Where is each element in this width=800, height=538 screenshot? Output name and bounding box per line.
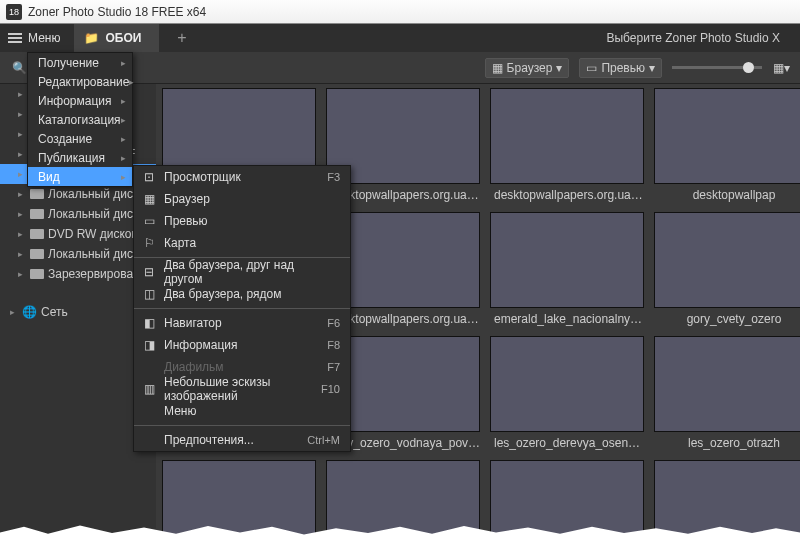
thumbnail-image [490,460,644,538]
thumbnail[interactable] [654,460,800,538]
zoom-slider[interactable] [672,66,762,69]
menu-item[interactable]: Получение▸ [28,53,132,72]
expand-arrow-icon: ▸ [18,149,26,159]
thumbnail[interactable]: gory_cvety_ozero [654,212,800,334]
expand-arrow-icon: ▸ [18,249,26,259]
thumbnail-image [490,88,644,184]
menu-item-label: Информация [38,94,111,108]
expand-arrow-icon: ▸ [18,269,26,279]
browser-mode-button[interactable]: ▦ Браузер ▾ [485,58,570,78]
thumbnail-image [654,88,800,184]
view-submenu: ⊡ПросмотрщикF3▦Браузер▭Превью⚐Карта⊟Два … [133,165,351,452]
menu-item-label: Создание [38,132,92,146]
thumbnail-caption: emerald_lake_nacionalnyy_park... [490,312,650,326]
thumbnail-image [162,460,316,538]
image-icon: ▭ [586,61,597,75]
submenu-item-icon: ◫ [142,287,156,301]
menu-item[interactable]: Редактирование▸ [28,72,132,91]
thumbnail-image [490,336,644,432]
submenu-item[interactable]: ▥Небольшие эскизы изображенийF10 [134,378,350,400]
submenu-item[interactable]: Меню [134,400,350,422]
submenu-item-shortcut: F7 [327,361,340,373]
submenu-item-icon: ◨ [142,338,156,352]
menu-item[interactable]: Создание▸ [28,129,132,148]
expand-arrow-icon: ▸ [18,129,26,139]
add-tab-button[interactable]: + [177,29,186,47]
submenu-item[interactable]: ▭Превью [134,210,350,232]
hamburger-icon[interactable] [8,33,22,43]
expand-arrow-icon: ▸ [18,189,26,199]
submenu-item-label: Диафильм [164,360,319,374]
submenu-item[interactable]: ⚐Карта [134,232,350,254]
menu-item-label: Получение [38,56,99,70]
submenu-item-icon: ⚐ [142,236,156,250]
disk-icon [30,249,44,259]
app-icon: 18 [6,4,22,20]
thumbnail[interactable] [162,460,322,538]
submenu-item-shortcut: F6 [327,317,340,329]
menu-item-label: Публикация [38,151,105,165]
window-titlebar: 18 Zoner Photo Studio 18 FREE x64 [0,0,800,24]
menu-item[interactable]: Вид▸ [28,167,132,186]
thumbnail-image [654,212,800,308]
submenu-item-label: Просмотрщик [164,170,319,184]
thumbnail-image [654,460,800,538]
preview-mode-button[interactable]: ▭ Превью ▾ [579,58,662,78]
expand-arrow-icon: ▸ [18,229,26,239]
tree-item-label: Сеть [41,305,68,319]
expand-arrow-icon: ▸ [18,89,26,99]
submenu-item-label: Навигатор [164,316,319,330]
disk-icon [30,269,44,279]
thumbnail[interactable]: desktopwallpap [654,88,800,210]
menu-item[interactable]: Каталогизация▸ [28,110,132,129]
submenu-item[interactable]: Предпочтения...Ctrl+M [134,429,350,451]
submenu-item-shortcut: F3 [327,171,340,183]
thumbnail-caption: les_ozero_derevya_osen_nacion... [490,436,650,450]
submenu-item[interactable]: ◫Два браузера, рядом [134,283,350,305]
submenu-item-label: Браузер [164,192,332,206]
tree-item-label: Локальный дис [48,247,133,261]
submenu-arrow-icon: ▸ [121,115,126,125]
menu-item-label: Вид [38,170,60,184]
thumbnail[interactable]: les_ozero_otrazh [654,336,800,458]
submenu-item[interactable]: ⊡ПросмотрщикF3 [134,166,350,188]
thumbnail[interactable]: emerald_lake_nacionalnyy_park... [490,212,650,334]
search-icon[interactable]: 🔍 [10,59,28,77]
submenu-arrow-icon: ▸ [121,58,126,68]
thumbnail[interactable]: desktopwallpapers.org.ua-5367... [490,88,650,210]
tab-oboi[interactable]: 📁 ОБОИ [74,24,159,52]
menu-item[interactable]: Информация▸ [28,91,132,110]
submenu-item-icon: ▭ [142,214,156,228]
expand-arrow-icon: ▸ [18,109,26,119]
submenu-item[interactable]: ▦Браузер [134,188,350,210]
submenu-item-shortcut: Ctrl+M [307,434,340,446]
submenu-item[interactable]: ⊟Два браузера, друг над другом [134,261,350,283]
expand-arrow-icon: ▸ [10,307,18,317]
menu-separator [134,425,350,426]
submenu-item-icon: ▥ [142,382,156,396]
menu-separator [134,308,350,309]
submenu-item-label: Карта [164,236,332,250]
expand-arrow-icon: ▸ [18,209,26,219]
menu-bar: Меню 📁 ОБОИ + Выберите Zoner Photo Studi… [0,24,800,52]
thumbnail[interactable] [490,460,650,538]
tree-item-label: Локальный дис [48,187,133,201]
menu-item[interactable]: Публикация▸ [28,148,132,167]
thumb-size-icon[interactable]: ▦▾ [772,59,790,77]
submenu-item-label: Меню [164,404,332,418]
submenu-item-shortcut: F10 [321,383,340,395]
promo-link[interactable]: Выберите Zoner Photo Studio X [606,31,792,45]
thumbnail-caption: gory_cvety_ozero [654,312,800,326]
menu-button[interactable]: Меню [28,31,60,45]
tree-item-label: Зарезервирова [48,267,133,281]
thumbnail[interactable]: les_ozero_derevya_osen_nacion... [490,336,650,458]
submenu-item[interactable]: ◨ИнформацияF8 [134,334,350,356]
submenu-item[interactable]: ◧НавигаторF6 [134,312,350,334]
submenu-item-icon: ⊟ [142,265,156,279]
submenu-item-shortcut: F8 [327,339,340,351]
thumbnail-caption: desktopwallpap [654,188,800,202]
thumbnail[interactable] [326,460,486,538]
tab-label: ОБОИ [105,31,141,45]
submenu-arrow-icon: ▸ [121,172,126,182]
submenu-item-label: Предпочтения... [164,433,299,447]
